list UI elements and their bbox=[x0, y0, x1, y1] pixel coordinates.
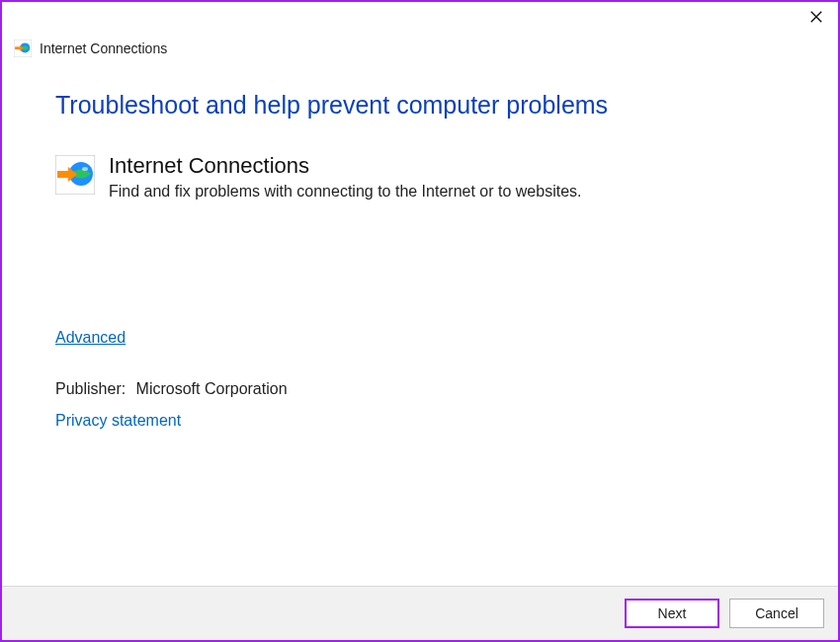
troubleshooter-row: Internet Connections Find and fix proble… bbox=[55, 153, 785, 201]
footer-button-bar: Next Cancel bbox=[2, 586, 838, 640]
next-button[interactable]: Next bbox=[625, 599, 719, 628]
svg-point-8 bbox=[82, 167, 88, 171]
troubleshooter-description: Find and fix problems with connecting to… bbox=[109, 183, 581, 201]
svg-rect-9 bbox=[57, 171, 69, 178]
page-title: Troubleshoot and help prevent computer p… bbox=[55, 91, 785, 120]
close-button[interactable] bbox=[804, 5, 828, 29]
advanced-link[interactable]: Advanced bbox=[55, 329, 126, 347]
privacy-statement-link[interactable]: Privacy statement bbox=[55, 412, 181, 430]
troubleshooter-info: Internet Connections Find and fix proble… bbox=[109, 153, 581, 201]
publisher-value: Microsoft Corporation bbox=[136, 380, 288, 397]
tab-header: Internet Connections bbox=[2, 32, 838, 71]
content-area: Troubleshoot and help prevent computer p… bbox=[2, 71, 838, 586]
troubleshooter-window: Internet Connections Troubleshoot and he… bbox=[2, 2, 838, 640]
close-icon bbox=[809, 10, 823, 24]
internet-connections-large-icon bbox=[55, 155, 95, 195]
title-bar bbox=[2, 2, 838, 32]
tab-title: Internet Connections bbox=[40, 40, 167, 56]
cancel-button[interactable]: Cancel bbox=[729, 599, 824, 628]
troubleshooter-name: Internet Connections bbox=[109, 153, 581, 179]
publisher-label: Publisher: bbox=[55, 380, 126, 397]
internet-connections-small-icon bbox=[14, 40, 32, 57]
svg-rect-4 bbox=[15, 46, 21, 49]
publisher-row: Publisher: Microsoft Corporation bbox=[55, 380, 785, 398]
